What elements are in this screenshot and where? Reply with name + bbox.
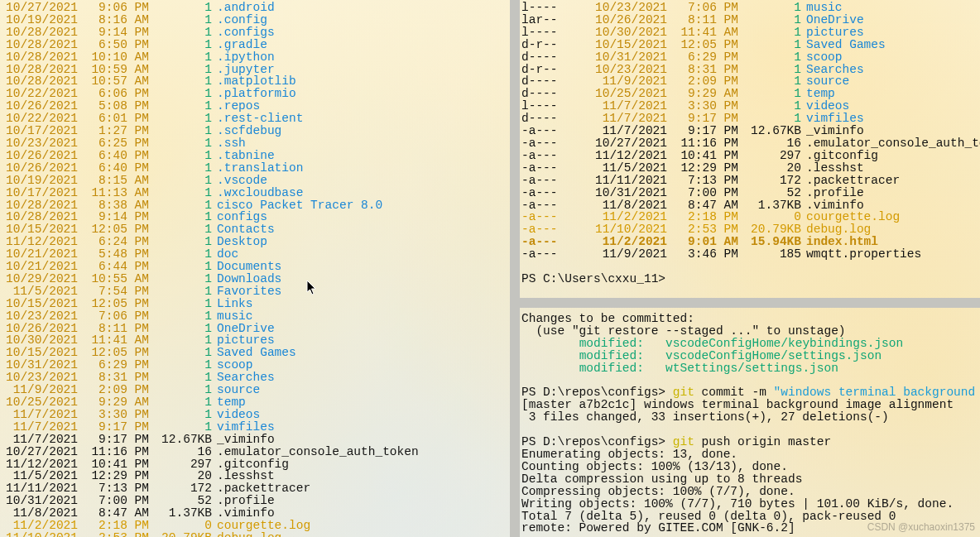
row-date: 10/19/2021	[2, 14, 86, 26]
row-time: 9:29 AM	[675, 88, 743, 100]
git-args: push origin master	[702, 436, 832, 448]
row-size: 1	[154, 323, 217, 335]
row-size: 52	[743, 187, 806, 199]
listing-row: 10/31/20217:00 PM52.profile	[2, 495, 507, 507]
listing-row: 11/12/202110:41 PM297.gitconfig	[2, 458, 507, 471]
row-date: 10/22/2021	[2, 113, 86, 125]
pane-separator-vertical[interactable]	[510, 0, 520, 537]
row-name: courgette.log	[217, 520, 310, 532]
row-size: 1	[154, 175, 217, 187]
row-size: 172	[743, 175, 806, 187]
row-name: source	[217, 384, 260, 396]
listing-row: d----10/31/20216:29 PM1scoop	[521, 51, 980, 64]
row-date: 11/9/2021	[591, 248, 675, 261]
git-mod-label: modified:	[579, 350, 644, 362]
row-name: .profile	[806, 187, 864, 199]
pane-separator-horizontal[interactable]	[510, 298, 980, 308]
row-date: 11/10/2021	[2, 532, 86, 537]
git-mod-label: modified:	[579, 362, 644, 375]
listing-row: 11/7/20219:17 PM12.67KB_viminfo	[2, 434, 507, 446]
row-size: 1	[743, 100, 806, 113]
row-time: 12:05 PM	[86, 347, 154, 359]
row-mode: d-r--	[521, 64, 591, 76]
row-mode: l----	[521, 26, 591, 39]
row-time: 3:30 PM	[86, 409, 154, 421]
prompt-line[interactable]: PS C:\Users\cxxu_11>	[521, 273, 980, 285]
row-date: 11/7/2021	[591, 125, 675, 137]
row-size: 1	[154, 113, 217, 125]
git-status-hint: (use "git restore --staged ..." to unsta…	[521, 325, 980, 338]
row-name: _viminfo	[806, 125, 864, 137]
row-name: .config	[217, 14, 267, 26]
row-size: 1	[154, 137, 217, 150]
listing-row: 10/27/202111:16 PM16.emulator_console_au…	[2, 446, 507, 458]
row-name: wmqtt.properties	[806, 248, 921, 261]
row-name: configs	[217, 211, 267, 223]
row-mode: l----	[521, 2, 591, 14]
row-size: 12.67KB	[154, 434, 217, 446]
row-size: 1	[743, 2, 806, 14]
row-time: 1:27 PM	[86, 125, 154, 137]
row-name: .lesshst	[806, 162, 864, 175]
row-date: 11/7/2021	[2, 434, 86, 446]
row-name: .gradle	[217, 39, 267, 51]
row-time: 7:13 PM	[86, 482, 154, 495]
row-date: 10/21/2021	[2, 261, 86, 273]
row-date: 11/11/2021	[2, 482, 86, 495]
terminal-pane-right-top[interactable]: l----10/23/20217:06 PM1musiclar--10/26/2…	[521, 2, 980, 295]
terminal-pane-left[interactable]: 10/27/20219:06 PM1.android10/19/20218:16…	[2, 2, 507, 537]
git-mod-file: wtSettings/settings.json	[665, 362, 838, 375]
row-time: 5:48 PM	[86, 248, 154, 261]
row-name: _viminfo	[217, 434, 275, 446]
listing-row: 11/2/20212:18 PM0courgette.log	[2, 520, 507, 532]
listing-row: 10/22/20216:01 PM1.rest-client	[2, 113, 507, 125]
listing-row: 10/25/20219:29 AM1temp	[2, 396, 507, 409]
row-size: 297	[743, 150, 806, 162]
row-date: 10/15/2021	[2, 347, 86, 359]
listing-row: 10/17/20211:27 PM1.scfdebug	[2, 125, 507, 137]
row-name: Links	[217, 298, 253, 310]
row-size: 0	[154, 520, 217, 532]
git-commit-cmd[interactable]: PS D:\repos\configs> git commit -m "wind…	[521, 386, 980, 399]
listing-row: -a---11/2/20212:18 PM0courgette.log	[521, 211, 980, 223]
row-time: 8:38 AM	[86, 199, 154, 212]
row-date: 10/28/2021	[2, 26, 86, 39]
git-status-header: Changes to be committed:	[521, 313, 980, 325]
row-mode: d----	[521, 113, 591, 125]
row-name: OneDrive	[806, 14, 864, 26]
row-time: 11:41 AM	[86, 334, 154, 347]
git-modified-line: modified: wtSettings/settings.json	[521, 362, 980, 375]
row-date: 10/31/2021	[591, 51, 675, 64]
row-time: 9:06 PM	[86, 2, 154, 14]
listing-row: 11/9/20212:09 PM1source	[2, 384, 507, 396]
row-time: 8:47 AM	[675, 199, 743, 212]
row-time: 5:08 PM	[86, 100, 154, 113]
row-time: 12:29 PM	[86, 470, 154, 482]
row-date: 11/10/2021	[591, 223, 675, 236]
row-name: music	[217, 310, 253, 323]
row-size: 1	[154, 26, 217, 39]
row-name: .translation	[217, 162, 303, 175]
row-size: 1	[154, 150, 217, 162]
row-size: 1	[154, 310, 217, 323]
row-name: .tabnine	[217, 150, 275, 162]
row-size: 1	[154, 39, 217, 51]
row-date: 10/28/2021	[2, 211, 86, 223]
row-time: 9:17 PM	[86, 434, 154, 446]
row-size: 1	[743, 88, 806, 100]
listing-row: 10/15/202112:05 PM1Links	[2, 298, 507, 310]
listing-row: d----11/7/20219:17 PM1vimfiles	[521, 113, 980, 125]
row-date: 11/9/2021	[591, 75, 675, 88]
row-date: 10/23/2021	[2, 137, 86, 150]
prompt-text: PS D:\repos\configs>	[521, 386, 673, 399]
listing-row: 11/8/20218:47 AM1.37KB.viminfo	[2, 507, 507, 520]
row-date: 10/27/2021	[2, 446, 86, 458]
row-date: 11/12/2021	[591, 150, 675, 162]
git-push-cmd[interactable]: PS D:\repos\configs> git push origin mas…	[521, 436, 980, 448]
row-size: 1	[743, 75, 806, 88]
git-modified-line: modified: vscodeConfigHome/keybindings.j…	[521, 338, 980, 350]
terminal-pane-right-bottom[interactable]: Changes to be committed: (use "git resto…	[521, 313, 980, 537]
row-time: 8:11 PM	[86, 323, 154, 335]
listing-row: 11/10/20212:53 PM20.79KBdebug.log	[2, 532, 507, 537]
row-date: 10/26/2021	[2, 162, 86, 175]
